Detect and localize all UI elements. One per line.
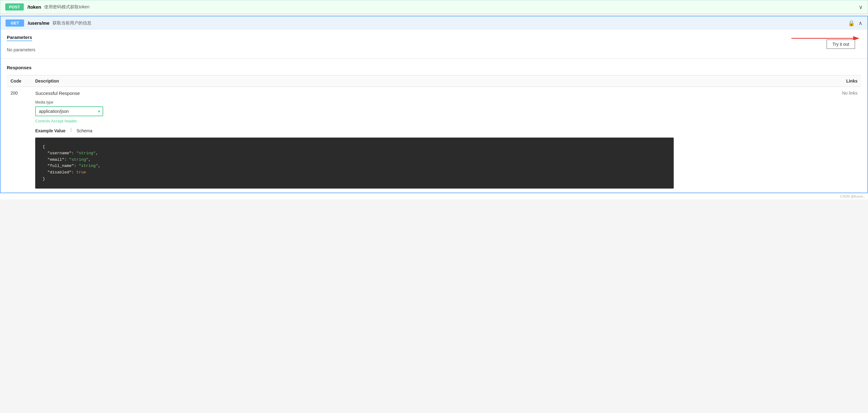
try-it-out-button[interactable]: Try it out (827, 39, 855, 49)
response-body: Successful Response Media type applicati… (32, 87, 677, 193)
code-disabled-key: "disabled": (48, 170, 74, 175)
controls-hint: Controls Accept header. (35, 119, 674, 123)
code-username-key: "username": (48, 151, 74, 155)
post-description: 使用密码模式获取token (44, 4, 89, 10)
table-row: 200 Successful Response Media type appli… (7, 87, 861, 193)
code-disabled-val: true (76, 170, 86, 175)
get-users-me-row[interactable]: GET /users/me 获取当前用户的信息 🔒 ∧ (1, 17, 867, 30)
code-email-key: "email": (48, 157, 67, 162)
media-type-label: Media type (35, 100, 674, 105)
tab-schema[interactable]: Schema (76, 127, 92, 135)
page-footer: CSDN @liuyue_ (0, 193, 868, 199)
code-open-brace: { (43, 144, 45, 149)
parameters-section: Parameters Try it out No parameters (1, 30, 867, 59)
get-users-me-section: GET /users/me 获取当前用户的信息 🔒 ∧ Parameters T… (0, 16, 868, 193)
media-type-select-wrapper: application/json (35, 106, 103, 116)
responses-section: Responses Code Description Links 200 (1, 59, 867, 193)
media-type-select[interactable]: application/json (35, 106, 103, 116)
api-container: POST /token 使用密码模式获取token ∨ GET /users/m… (0, 0, 868, 413)
responses-title: Responses (7, 65, 861, 70)
lock-icon: 🔒 (848, 20, 855, 27)
code-fullname-val: "string" (79, 164, 98, 168)
code-email-val: "string" (69, 157, 88, 162)
example-tabs: Example Value | Schema (35, 127, 674, 135)
code-close-brace: } (43, 177, 45, 181)
col-links: Links (677, 76, 861, 87)
post-chevron-icon: ∨ (859, 4, 863, 10)
response-links: No links (677, 87, 861, 193)
parameters-title: Parameters (7, 35, 32, 41)
responses-header-row: Code Description Links (7, 76, 861, 87)
response-code: 200 (7, 87, 32, 193)
post-badge: POST (5, 3, 24, 10)
col-description: Description (32, 76, 677, 87)
tab-example-value[interactable]: Example Value (35, 127, 65, 135)
get-content: Parameters Try it out No parameters Resp… (1, 30, 867, 193)
no-parameters-text: No parameters (7, 47, 861, 52)
get-path: /users/me (28, 21, 50, 26)
tab-separator: | (70, 127, 72, 135)
post-path: /token (28, 4, 41, 9)
get-description: 获取当前用户的信息 (53, 21, 91, 26)
code-username-val: "string" (76, 151, 95, 155)
col-code: Code (7, 76, 32, 87)
try-it-out-container: Try it out (792, 35, 861, 42)
responses-table: Code Description Links 200 Successful Re… (7, 75, 861, 193)
post-token-row[interactable]: POST /token 使用密码模式获取token ∨ (0, 0, 868, 14)
get-chevron-icon: ∧ (859, 20, 862, 27)
get-badge: GET (6, 20, 24, 27)
response-description: Successful Response (35, 91, 674, 96)
code-block: { "username": "string", "email": "string… (35, 138, 674, 188)
code-fullname-key: "full_name": (48, 164, 76, 168)
